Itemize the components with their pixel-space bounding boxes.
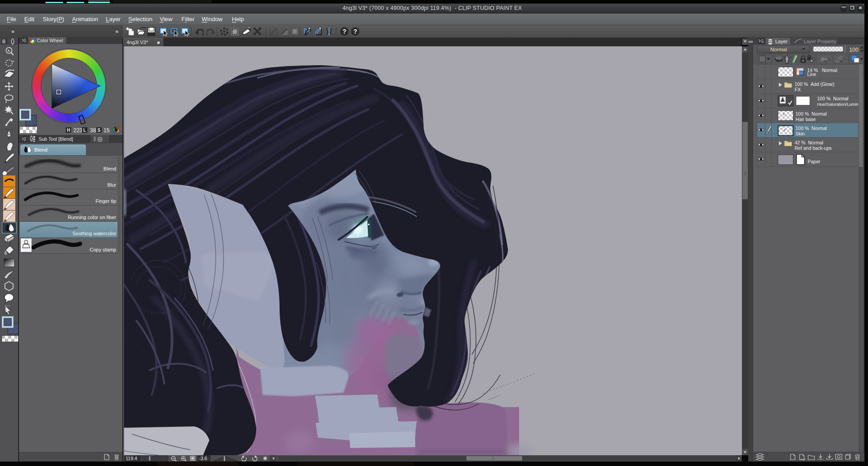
svg-text:Skin: Skin bbox=[796, 131, 805, 136]
svg-text:Blend: Blend bbox=[104, 166, 116, 171]
svg-text:38: 38 bbox=[90, 127, 96, 134]
svg-text:S: S bbox=[98, 128, 101, 133]
svg-text:Paper: Paper bbox=[808, 159, 821, 164]
svg-text:Hue/Saturation/Lumino: Hue/Saturation/Lumino bbox=[817, 102, 861, 107]
svg-text:H: H bbox=[67, 128, 70, 133]
svg-text:Copy stamp: Copy stamp bbox=[90, 247, 116, 252]
svg-text:Blur: Blur bbox=[107, 182, 116, 188]
svg-text:Running color on fiber: Running color on fiber bbox=[68, 215, 116, 220]
svg-text:Line: Line bbox=[807, 72, 816, 77]
svg-text:?: ? bbox=[353, 28, 357, 35]
svg-text:FX: FX bbox=[795, 87, 800, 92]
svg-text:-3.6: -3.6 bbox=[199, 456, 207, 461]
svg-text:Soothing watercolor: Soothing watercolor bbox=[72, 231, 117, 236]
svg-text:100 % Normal: 100 % Normal bbox=[817, 96, 848, 101]
svg-text:100 % Normal: 100 % Normal bbox=[796, 125, 827, 131]
svg-text:L: L bbox=[83, 128, 86, 133]
svg-text:Layer Property: Layer Property bbox=[804, 39, 836, 44]
svg-text:?: ? bbox=[343, 28, 347, 35]
svg-text:Normal: Normal bbox=[770, 47, 787, 52]
svg-text:100: 100 bbox=[849, 47, 859, 53]
svg-text:42 % Normal: 42 % Normal bbox=[795, 140, 823, 145]
svg-text:223: 223 bbox=[73, 127, 82, 134]
svg-text:Finger tip: Finger tip bbox=[95, 198, 116, 204]
svg-text:Hair base: Hair base bbox=[796, 116, 816, 122]
svg-text:119.4: 119.4 bbox=[126, 456, 137, 461]
svg-text:15: 15 bbox=[104, 127, 110, 134]
svg-text:Layer: Layer bbox=[775, 39, 788, 44]
svg-text:100 % Add (Glow): 100 % Add (Glow) bbox=[795, 81, 834, 87]
svg-text:Ref and back-ups: Ref and back-ups bbox=[795, 145, 832, 151]
svg-text:100 % Normal: 100 % Normal bbox=[796, 111, 827, 116]
